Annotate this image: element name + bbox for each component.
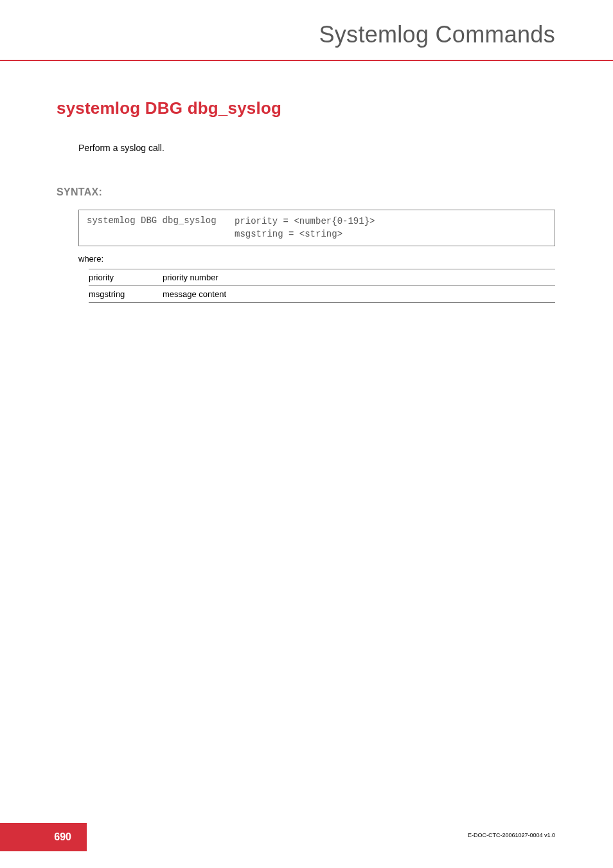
param-desc: priority number xyxy=(163,269,555,286)
params-table: priority priority number msgstring messa… xyxy=(89,269,555,303)
page-number-badge: 690 xyxy=(0,823,87,851)
footer: 690 E-DOC-CTC-20061027-0004 v1.0 xyxy=(0,823,613,868)
syntax-args: priority = <number{0-191}> msgstring = <… xyxy=(235,215,547,240)
where-label: where: xyxy=(78,254,555,264)
param-name: msgstring xyxy=(89,286,163,303)
table-row: msgstring message content xyxy=(89,286,555,303)
param-name: priority xyxy=(89,269,163,286)
syntax-row: systemlog DBG dbg_syslog priority = <num… xyxy=(87,215,547,240)
command-description: Perform a syslog call. xyxy=(78,143,555,153)
page-header: Systemlog Commands xyxy=(0,0,613,61)
syntax-arg: priority = <number{0-191}> xyxy=(235,215,547,228)
doc-reference: E-DOC-CTC-20061027-0004 v1.0 xyxy=(468,832,555,838)
header-title: Systemlog Commands xyxy=(319,21,555,48)
syntax-label: SYNTAX: xyxy=(57,186,555,198)
syntax-arg: msgstring = <string> xyxy=(235,228,547,241)
content-area: systemlog DBG dbg_syslog Perform a syslo… xyxy=(0,61,613,303)
command-title: systemlog DBG dbg_syslog xyxy=(57,98,555,118)
table-row: priority priority number xyxy=(89,269,555,286)
syntax-command: systemlog DBG dbg_syslog xyxy=(87,215,235,240)
syntax-box: systemlog DBG dbg_syslog priority = <num… xyxy=(78,210,555,246)
param-desc: message content xyxy=(163,286,555,303)
page-number: 690 xyxy=(54,831,71,843)
